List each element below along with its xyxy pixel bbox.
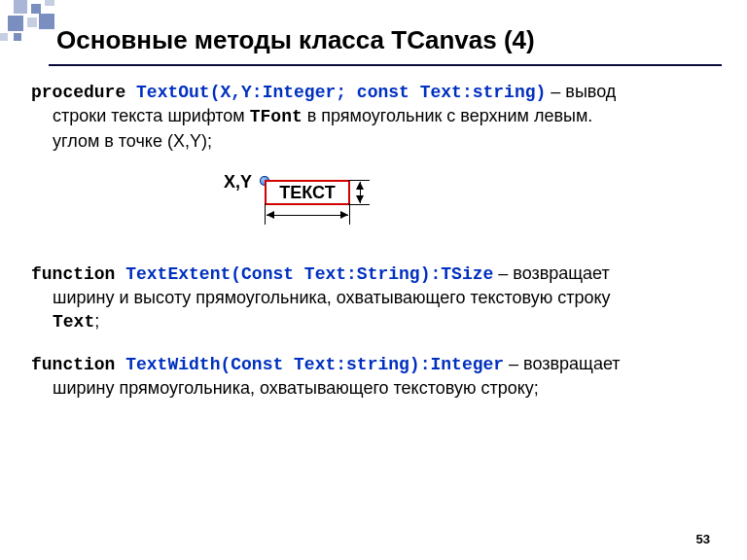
signature-textwidth: TextWidth(Const Text:string):Integer	[125, 355, 504, 374]
xy-label: X,Y	[224, 170, 252, 193]
height-dimension	[354, 180, 370, 205]
page-title: Основные методы класса TCanvas (4)	[56, 25, 535, 55]
textout-diagram: X,Y ТЕКСТ	[196, 170, 430, 238]
slide-content: procedure TextOut(X,Y:Integer; const Tex…	[31, 80, 716, 417]
page-number: 53	[696, 532, 710, 546]
keyword-function: function	[31, 264, 125, 284]
signature-textextent: TextExtent(Const Text:String):TSize	[125, 264, 493, 284]
signature-textout: TextOut(X,Y:Integer; const Text:string)	[136, 83, 546, 102]
method-textextent: function TextExtent(Const Text:String):T…	[31, 262, 716, 334]
keyword-procedure: procedure	[31, 83, 136, 102]
method-textwidth: function TextWidth(Const Text:string):In…	[31, 352, 716, 401]
keyword-function: function	[31, 355, 125, 374]
method-textout: procedure TextOut(X,Y:Integer; const Tex…	[31, 80, 716, 153]
title-underline	[49, 64, 722, 66]
width-dimension	[265, 211, 350, 225]
inline-code-text: Text	[53, 312, 94, 332]
inline-code-tfont: TFont	[250, 107, 302, 126]
text-rect: ТЕКСТ	[265, 180, 350, 205]
